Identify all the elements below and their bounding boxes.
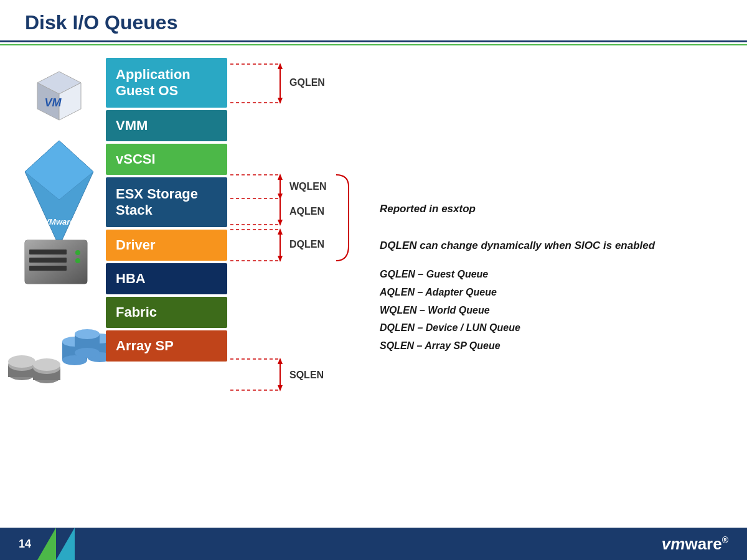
stack-arraysp: Array SP [106,330,227,362]
left-section: VM VMware [19,58,367,518]
stack-vscsi-label: vSCSI [116,151,156,167]
logo-reg: ® [722,535,728,545]
right-section: Reported in esxtop DQLEN can change dyna… [367,58,722,518]
stack-vmm-label: VMM [116,118,148,134]
stack-application: ApplicationGuest OS [106,58,227,108]
stack-fabric: Fabric [106,297,227,328]
footer: 14 vmware® [0,528,747,560]
page-title: Disk I/O Queues [25,11,722,34]
storage-icon [3,318,115,399]
def-dqlen: DQLEN – Device / LUN Queue [380,319,722,337]
svg-text:AQLEN: AQLEN [289,206,324,217]
main-content: VM VMware [0,45,747,525]
arrows-area: GQLEN WQLEN AQLEN DQLEN [230,58,367,396]
def-aqlen: AQLEN – Adapter Queue [380,284,722,302]
svg-marker-43 [278,174,283,180]
footer-triangle-green [37,528,56,560]
svg-marker-54 [278,256,283,262]
def-sqlen: SQLEN – Array SP Queue [380,337,722,355]
vmware-diamond-icon: VMware [22,138,96,250]
dqlen-note: DQLEN can change dynamically when SIOC i… [380,238,722,254]
svg-marker-48 [278,220,283,226]
definitions-section: GQLEN – Guest Queue AQLEN – Adapter Queu… [380,266,722,355]
stack-column: ApplicationGuest OS VMM vSCSI ESX Storag… [106,58,227,364]
stack-vmm: VMM [106,110,227,141]
svg-marker-53 [278,228,283,235]
svg-point-21 [33,358,60,371]
footer-left: 14 [19,538,31,551]
def-gqlen: GQLEN – Guest Queue [380,266,722,284]
footer-triangle-teal [56,528,75,560]
icon-column: VM VMware [19,58,100,399]
def-wqlen: WQLEN – World Queue [380,302,722,320]
stack-esx: ESX StorageStack [106,177,227,227]
svg-point-17 [8,355,35,368]
svg-rect-11 [29,266,67,271]
svg-text:DQLEN: DQLEN [289,239,324,250]
logo-ware: ware [685,534,721,553]
server-icon [22,237,96,299]
header-line-top [0,40,747,42]
stack-driver-label: Driver [116,237,156,253]
svg-text:SQLEN: SQLEN [289,370,324,380]
svg-rect-9 [29,250,67,254]
stack-hba-label: HBA [116,271,146,287]
svg-point-12 [75,250,80,255]
stack-driver: Driver [106,230,227,261]
stack-fabric-label: Fabric [116,304,157,320]
stack-hba: HBA [106,263,227,294]
footer-page-number: 14 [19,538,31,551]
svg-point-13 [75,258,80,263]
vmware-logo: vmware® [662,534,728,554]
svg-rect-10 [29,258,67,263]
stack-application-label: ApplicationGuest OS [116,67,190,99]
svg-marker-60 [278,385,283,391]
svg-marker-38 [278,98,283,104]
vm-icon: VM [25,64,93,133]
reported-in-esxtop: Reported in esxtop [380,201,722,217]
svg-text:VM: VM [45,96,62,109]
stack-vscsi: vSCSI [106,144,227,175]
logo-vm: vm [662,534,685,553]
svg-text:WQLEN: WQLEN [289,181,327,192]
svg-point-32 [75,348,100,358]
svg-text:VMware: VMware [44,217,74,226]
header: Disk I/O Queues [0,0,747,40]
svg-point-33 [75,329,100,339]
stack-arraysp-label: Array SP [116,338,174,354]
svg-marker-59 [278,358,283,364]
svg-marker-37 [278,63,283,69]
stack-esx-label: ESX StorageStack [116,186,198,218]
svg-text:GQLEN: GQLEN [289,77,325,88]
